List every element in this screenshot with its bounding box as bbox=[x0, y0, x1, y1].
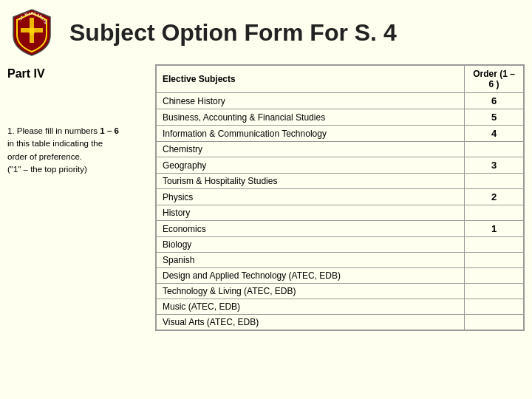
table-row: Music (ATEC, EDB) bbox=[157, 299, 524, 315]
order-cell: 5 bbox=[465, 109, 524, 126]
order-cell bbox=[465, 237, 524, 253]
subject-cell: Chinese History bbox=[157, 93, 465, 109]
instructions-bold: 1 – 6 bbox=[100, 126, 119, 135]
subject-cell: Geography bbox=[157, 157, 465, 174]
order-cell bbox=[465, 284, 524, 299]
subject-cell: Chemistry bbox=[157, 142, 465, 157]
order-cell: 2 bbox=[465, 189, 524, 205]
table-row: History bbox=[157, 205, 524, 221]
subject-cell: Business, Accounting & Financial Studies bbox=[157, 109, 465, 126]
table-row: Physics2 bbox=[157, 189, 524, 205]
table-row: Geography3 bbox=[157, 157, 524, 174]
subject-cell: Technology & Living (ATEC, EDB) bbox=[157, 284, 465, 299]
table-row: Business, Accounting & Financial Studies… bbox=[157, 109, 524, 126]
table-row: Economics1 bbox=[157, 221, 524, 237]
logo: ST. MARGARETS bbox=[6, 6, 58, 60]
order-cell bbox=[465, 268, 524, 284]
order-cell bbox=[465, 142, 524, 157]
order-cell bbox=[465, 205, 524, 221]
subject-cell: History bbox=[157, 205, 465, 221]
table-row: Biology bbox=[157, 237, 524, 253]
table-row: Design and Applied Technology (ATEC, EDB… bbox=[157, 268, 524, 284]
instructions: 1. Please fill in numbers 1 – 6 in this … bbox=[7, 125, 148, 176]
order-cell bbox=[465, 174, 524, 189]
elective-table-container: Elective Subjects Order (1 – 6 ) Chinese… bbox=[155, 64, 525, 331]
subject-cell: Design and Applied Technology (ATEC, EDB… bbox=[157, 268, 465, 284]
instructions-line4: ("1" – the top priority) bbox=[7, 165, 87, 174]
order-cell bbox=[465, 299, 524, 315]
part-label: Part IV bbox=[7, 67, 148, 81]
col-subjects-header: Elective Subjects bbox=[157, 66, 465, 93]
subject-cell: Tourism & Hospitality Studies bbox=[157, 174, 465, 189]
left-panel: Part IV 1. Please fill in numbers 1 – 6 … bbox=[7, 64, 148, 331]
instructions-line3: order of preference. bbox=[7, 152, 82, 161]
order-cell: 4 bbox=[465, 126, 524, 142]
instructions-line2: in this table indicating the bbox=[7, 139, 103, 148]
table-row: Chemistry bbox=[157, 142, 524, 157]
svg-point-3 bbox=[29, 29, 35, 35]
subject-cell: Physics bbox=[157, 189, 465, 205]
subject-cell: Information & Communication Technology bbox=[157, 126, 465, 142]
col-order-header: Order (1 – 6 ) bbox=[465, 66, 524, 93]
table-row: Chinese History6 bbox=[157, 93, 524, 109]
page-title: Subject Option Form For S. 4 bbox=[69, 19, 397, 47]
header: ST. MARGARETS Subject Option Form For S.… bbox=[0, 0, 532, 64]
order-cell: 1 bbox=[465, 221, 524, 237]
order-cell: 6 bbox=[465, 93, 524, 109]
order-cell bbox=[465, 253, 524, 268]
subject-cell: Visual Arts (ATEC, EDB) bbox=[157, 315, 465, 330]
table-row: Tourism & Hospitality Studies bbox=[157, 174, 524, 189]
subject-cell: Biology bbox=[157, 237, 465, 253]
table-row: Spanish bbox=[157, 253, 524, 268]
subject-cell: Economics bbox=[157, 221, 465, 237]
table-row: Visual Arts (ATEC, EDB) bbox=[157, 315, 524, 330]
elective-table: Elective Subjects Order (1 – 6 ) Chinese… bbox=[156, 65, 524, 330]
order-cell bbox=[465, 315, 524, 330]
subject-cell: Spanish bbox=[157, 253, 465, 268]
order-cell: 3 bbox=[465, 157, 524, 174]
instructions-line1: 1. Please fill in numbers bbox=[7, 126, 100, 135]
table-row: Technology & Living (ATEC, EDB) bbox=[157, 284, 524, 299]
table-row: Information & Communication Technology4 bbox=[157, 126, 524, 142]
subject-cell: Music (ATEC, EDB) bbox=[157, 299, 465, 315]
